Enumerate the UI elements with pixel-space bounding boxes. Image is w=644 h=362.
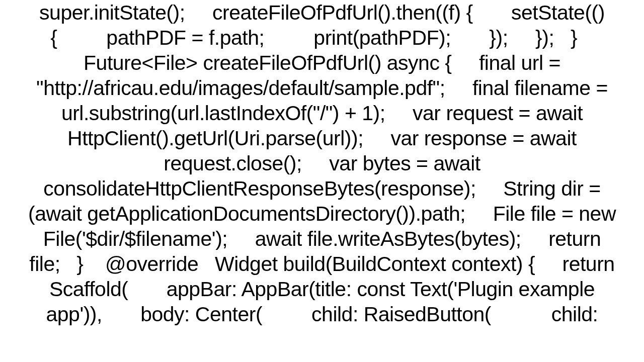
code-text-block: super.initState(); createFileOfPdfUrl().… (0, 0, 644, 362)
